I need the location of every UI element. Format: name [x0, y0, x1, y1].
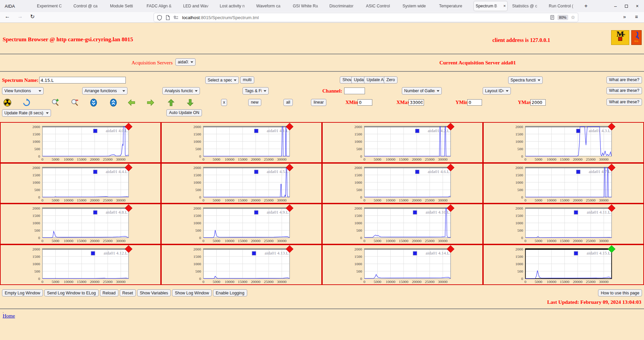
tab-discriminator[interactable]: Discriminator	[328, 1, 361, 11]
tab-spectrum-b[interactable]: Spectrum B×	[474, 1, 507, 11]
tab-asic-control[interactable]: ASIC Control	[364, 1, 397, 11]
view-functions-select[interactable]: View functions	[2, 87, 44, 95]
reset-button[interactable]: Reset	[120, 289, 136, 296]
tab-fadc-align[interactable]: FADC Align &	[145, 1, 178, 11]
arrow-right-icon[interactable]	[147, 99, 155, 107]
tab-waveform-ca[interactable]: Waveform ca	[255, 1, 288, 11]
gallery-cell-014-4-[interactable]: 0500100015002000050001000015000200002500…	[0, 163, 161, 204]
gallery-cell-014-10-[interactable]: 0500100015002000050001000015000200002500…	[322, 204, 483, 244]
forward-icon[interactable]: →	[17, 13, 23, 19]
reload-button[interactable]: Reload	[100, 289, 118, 296]
tab-module-setti[interactable]: Module Setti	[108, 1, 142, 11]
midas-logo[interactable]: M idas	[611, 30, 629, 45]
how-to-use-button[interactable]: How to use this page	[598, 289, 642, 296]
tab-label: Waveform ca	[256, 4, 280, 8]
tab-control-ca[interactable]: Control @ ca	[72, 1, 105, 11]
back-icon[interactable]: ←	[5, 13, 10, 19]
tab-close-icon[interactable]: ×	[503, 3, 506, 8]
channel-input[interactable]	[344, 88, 365, 94]
gallery-cell-014-11-[interactable]: 0500100015002000050001000015000200002500…	[483, 204, 644, 244]
bookmark-star-icon[interactable]: ☆	[571, 14, 575, 20]
tab-gsi-white-ra[interactable]: GSI White Ra	[291, 1, 324, 11]
xmin-input[interactable]	[358, 99, 372, 106]
gallery-cell-014-9-[interactable]: 0500100015002000050001000015000200002500…	[161, 204, 322, 244]
number-of-galleries-select[interactable]: Number of Galleries	[402, 87, 442, 95]
gallery-cell-014-13-[interactable]: 0500100015002000050001000015000200002500…	[161, 244, 322, 285]
home-link[interactable]: Home	[3, 313, 15, 319]
x-tick-label: 15000	[560, 198, 570, 202]
select-spectrum-select[interactable]: Select a spectrum	[205, 76, 239, 84]
menu-hamburger-icon[interactable]: ≡	[635, 14, 638, 19]
toolbar-overflow-icon[interactable]: »	[623, 14, 626, 19]
zero-button[interactable]: Zero	[384, 76, 397, 83]
close-icon[interactable]: ×	[636, 3, 639, 9]
gallery-cell-014-15-[interactable]: 0500100015002000050001000015000200002500…	[483, 244, 644, 285]
nuclear-icon[interactable]	[3, 99, 11, 107]
refresh-icon[interactable]	[22, 99, 31, 107]
gallery-cell-014-1-[interactable]: 0500100015002000050001000015000200002500…	[161, 122, 322, 163]
gallery-cell-014-12-[interactable]: 0500100015002000050001000015000200002500…	[0, 244, 161, 285]
xmax-input[interactable]	[409, 99, 424, 106]
compress-vertical-icon[interactable]	[90, 99, 98, 107]
update-rate-select[interactable]: Update Rate (8 secs)	[2, 109, 51, 117]
maximize-icon[interactable]	[625, 5, 628, 8]
gallery-cell-014-5-[interactable]: 0500100015002000050001000015000200002500…	[161, 163, 322, 204]
empty-log-window-button[interactable]: Empty Log Window	[2, 289, 43, 296]
what-are-these-button-1[interactable]: What are these?	[606, 76, 642, 83]
shield-icon[interactable]	[157, 15, 162, 20]
tab-system-wide[interactable]: System wide	[401, 1, 434, 11]
zoom-level-button[interactable]: 80%	[557, 15, 568, 20]
layout-id-select[interactable]: Layout ID=8	[483, 87, 511, 95]
spectra-functions-select[interactable]: Spectra functions	[508, 76, 543, 84]
what-are-these-button-3[interactable]: What are these?	[606, 99, 642, 106]
zoom-out-icon[interactable]	[71, 99, 79, 107]
auto-update-button[interactable]: Auto Update ON	[166, 109, 202, 116]
url-bar[interactable]: localhost:8015/Spectrum/Spectrum.tml 80%…	[154, 13, 578, 22]
acquisition-servers-select[interactable]: aida01	[175, 58, 196, 66]
legend-swatch	[574, 251, 578, 255]
multi-button[interactable]: multi	[240, 76, 254, 83]
expand-vertical-icon[interactable]	[109, 99, 117, 107]
what-are-these-button-2[interactable]: What are these?	[606, 87, 642, 94]
tab-led-and-wav[interactable]: LED and Wav	[181, 1, 215, 11]
gallery-cell-014-7-[interactable]: 0500100015002000050001000015000200002500…	[483, 163, 644, 204]
reader-view-icon[interactable]	[550, 15, 555, 20]
gallery-cell-014-2-[interactable]: 0500100015002000050001000015000200002500…	[322, 122, 483, 163]
gallery-cell-014-8-[interactable]: 0500100015002000050001000015000200002500…	[0, 204, 161, 244]
x-button[interactable]: x	[221, 99, 227, 106]
reload-icon[interactable]: ↻	[30, 13, 35, 20]
site-permissions-icon[interactable]	[173, 15, 179, 20]
url-text[interactable]: localhost:8015/Spectrum/Spectrum.tml	[182, 15, 259, 20]
minimize-icon[interactable]: –	[614, 3, 617, 9]
gallery-cell-014-0-[interactable]: 0500100015002000050001000015000200002500…	[0, 122, 161, 163]
tab-statistics-c[interactable]: Statistics @ c	[511, 1, 544, 11]
zoom-in-icon[interactable]	[51, 99, 59, 107]
ymin-input[interactable]	[467, 99, 482, 106]
arrow-up-icon[interactable]	[167, 99, 175, 107]
page-icon[interactable]	[165, 15, 170, 20]
ymax-input[interactable]	[530, 99, 546, 106]
tab-temperature[interactable]: Temperature	[437, 1, 471, 11]
tab-lost-activity-n[interactable]: Lost activity n	[218, 1, 251, 11]
arrow-left-icon[interactable]	[127, 99, 136, 107]
spectrum-chart: 0500100015002000050001000015000200002500…	[484, 245, 643, 285]
gallery-cell-014-3-[interactable]: 0500100015002000050001000015000200002500…	[483, 122, 644, 163]
tab-experiment-c[interactable]: Experiment C	[35, 1, 68, 11]
gallery-cell-014-14-[interactable]: 0500100015002000050001000015000200002500…	[322, 244, 483, 285]
arrow-down-icon[interactable]	[186, 99, 194, 107]
enable-logging-button[interactable]: Enable Logging	[213, 289, 247, 296]
new-button[interactable]: new	[248, 99, 261, 106]
arrange-functions-select[interactable]: Arrange functions	[82, 87, 127, 95]
send-log-window-to-elog-button[interactable]: Send Log Window to ELog	[44, 289, 99, 296]
new-tab-button[interactable]: +	[584, 3, 588, 9]
linear-button[interactable]: linear	[311, 99, 326, 106]
tcl-logo[interactable]: TCL	[631, 30, 642, 45]
gallery-cell-014-6-[interactable]: 0500100015002000050001000015000200002500…	[322, 163, 483, 204]
show-variables-button[interactable]: Show Variables	[137, 289, 171, 296]
tab-run-control[interactable]: Run Control (	[547, 1, 580, 11]
show-log-window-button[interactable]: Show Log Window	[172, 289, 212, 296]
all-button[interactable]: all	[283, 99, 293, 106]
analysis-functions-select[interactable]: Analysis functions	[162, 87, 200, 95]
spectrum-name-input[interactable]	[39, 77, 126, 83]
tags-fits-select[interactable]: Tags & Fits	[243, 87, 269, 95]
